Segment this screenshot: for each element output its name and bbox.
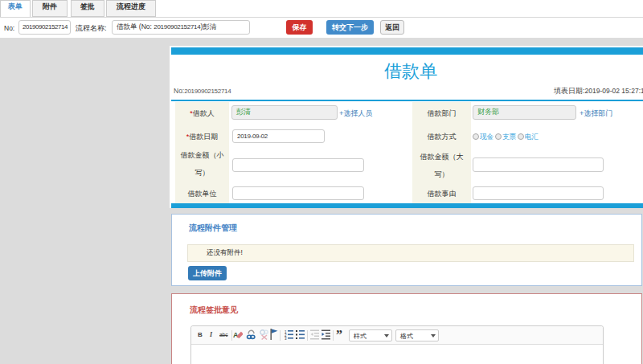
- svg-text:3: 3: [285, 337, 287, 340]
